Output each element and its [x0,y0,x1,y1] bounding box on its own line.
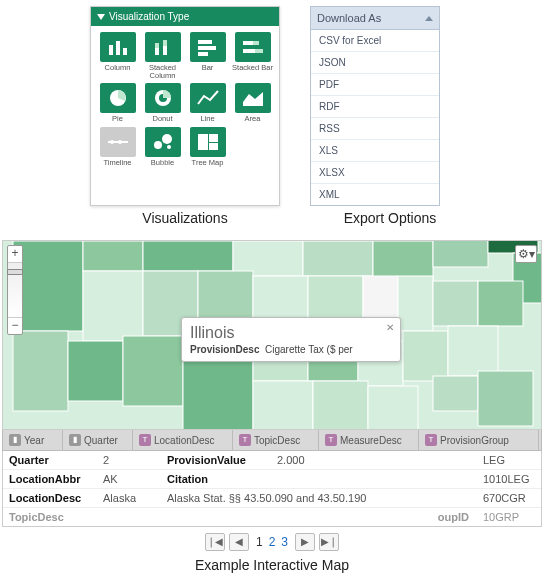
bubble-icon [145,127,181,157]
viz-type-column[interactable]: Column [97,32,138,79]
svg-rect-36 [83,271,143,341]
viz-type-tree-map[interactable]: Tree Map [187,127,228,167]
viz-type-area[interactable]: Area [232,83,273,123]
pager-page-3[interactable]: 3 [278,535,291,549]
tree-map-icon [190,127,226,157]
download-option-xlsx[interactable]: XLSX [311,162,439,184]
svg-rect-8 [198,46,216,50]
svg-rect-9 [198,52,208,56]
download-option-rss[interactable]: RSS [311,118,439,140]
pager-first-button[interactable]: ❘◀ [205,533,225,551]
viz-label: Stacked Column [142,64,183,79]
map-caption: Example Interactive Map [2,557,542,573]
column-icon [100,32,136,62]
viz-type-timeline: Timeline [97,127,138,167]
viz-label: Donut [152,115,172,123]
visualization-type-title: Visualization Type [109,11,189,22]
svg-rect-43 [433,281,478,326]
svg-rect-55 [478,371,533,426]
svg-rect-7 [198,40,212,44]
viz-type-bar[interactable]: Bar [187,32,228,79]
download-option-pdf[interactable]: PDF [311,74,439,96]
map-settings-button[interactable]: ⚙▾ [515,245,537,263]
visualizations-caption: Visualizations [90,210,280,226]
detail-row: LocationDescAlaskaAlaska Stat. §§ 43.50.… [3,489,541,508]
viz-type-pie[interactable]: Pie [97,83,138,123]
column-header-measuredesc[interactable]: TMeasureDesc [319,430,419,450]
svg-rect-45 [13,331,68,411]
viz-label: Column [105,64,131,72]
download-option-csv-for-excel[interactable]: CSV for Excel [311,30,439,52]
map-tooltip: ✕ Illinois ProvisionDesc Cigarette Tax (… [181,317,401,362]
svg-rect-4 [155,43,159,48]
line-icon [190,83,226,113]
detail-row: LocationAbbrAKCitation1010LEG [3,470,541,489]
tooltip-close-button[interactable]: ✕ [386,322,394,333]
pager-page-1[interactable]: 1 [253,535,266,549]
svg-rect-13 [255,49,263,53]
svg-rect-52 [403,331,448,381]
column-header-year[interactable]: ▮Year [3,430,63,450]
viz-type-stacked-column[interactable]: Stacked Column [142,32,183,79]
svg-rect-42 [398,276,433,331]
pager-page-2[interactable]: 2 [266,535,279,549]
svg-point-22 [162,134,172,144]
svg-rect-24 [198,134,208,150]
detail-row: Quarter2ProvisionValue2.000LEG [3,451,541,470]
download-as-title: Download As [317,12,381,24]
svg-rect-44 [478,281,523,326]
svg-point-19 [110,140,114,144]
download-option-xls[interactable]: XLS [311,140,439,162]
column-type-icon: T [325,434,337,446]
svg-rect-46 [68,341,123,401]
svg-point-20 [118,140,122,144]
pager: ❘◀ ◀ 123 ▶ ▶❘ [2,527,542,555]
download-option-rdf[interactable]: RDF [311,96,439,118]
svg-rect-1 [116,41,120,55]
svg-rect-33 [433,240,488,267]
viz-type-line[interactable]: Line [187,83,228,123]
pager-next-button[interactable]: ▶ [295,533,315,551]
svg-rect-58 [368,386,418,430]
viz-label: Bar [202,64,214,72]
visualization-type-panel: Visualization Type ColumnStacked ColumnB… [90,6,280,206]
svg-rect-6 [163,40,167,46]
svg-rect-11 [253,41,259,45]
detail-row: TopicDescoupID10GRP [3,508,541,526]
visualization-type-header[interactable]: Visualization Type [91,7,279,26]
svg-rect-47 [123,336,183,406]
viz-label: Line [200,115,214,123]
zoom-in-button[interactable]: + [8,246,22,262]
svg-rect-27 [13,241,83,331]
viz-type-donut[interactable]: Donut [142,83,183,123]
svg-rect-31 [303,241,373,276]
svg-marker-17 [243,92,263,106]
bar-icon [190,32,226,62]
zoom-out-button[interactable]: − [8,318,22,334]
pager-last-button[interactable]: ▶❘ [319,533,339,551]
column-type-icon: ▮ [9,434,21,446]
download-option-json[interactable]: JSON [311,52,439,74]
download-option-xml[interactable]: XML [311,184,439,205]
svg-point-21 [154,141,162,149]
zoom-slider-track[interactable] [8,262,22,318]
pager-prev-button[interactable]: ◀ [229,533,249,551]
interactive-map[interactable]: + − ⚙▾ ✕ Illinois ProvisionDesc Cigarett… [2,240,542,430]
zoom-control: + − [7,245,23,335]
chevron-up-icon [425,16,433,21]
timeline-icon [100,127,136,157]
svg-point-23 [167,145,171,149]
column-header-locationdesc[interactable]: TLocationDesc [133,430,233,450]
download-as-header[interactable]: Download As [311,7,439,30]
svg-rect-25 [209,134,218,142]
area-icon [235,83,271,113]
column-header-provisiongroup[interactable]: TProvisionGroup [419,430,539,450]
viz-type-bubble[interactable]: Bubble [142,127,183,167]
viz-type-stacked-bar[interactable]: Stacked Bar [232,32,273,79]
column-header-topicdesc[interactable]: TTopicDesc [233,430,319,450]
zoom-slider-handle[interactable] [7,269,23,275]
pie-icon [100,83,136,113]
svg-rect-56 [253,381,313,430]
column-header-quarter[interactable]: ▮Quarter [63,430,133,450]
svg-rect-26 [209,143,218,150]
